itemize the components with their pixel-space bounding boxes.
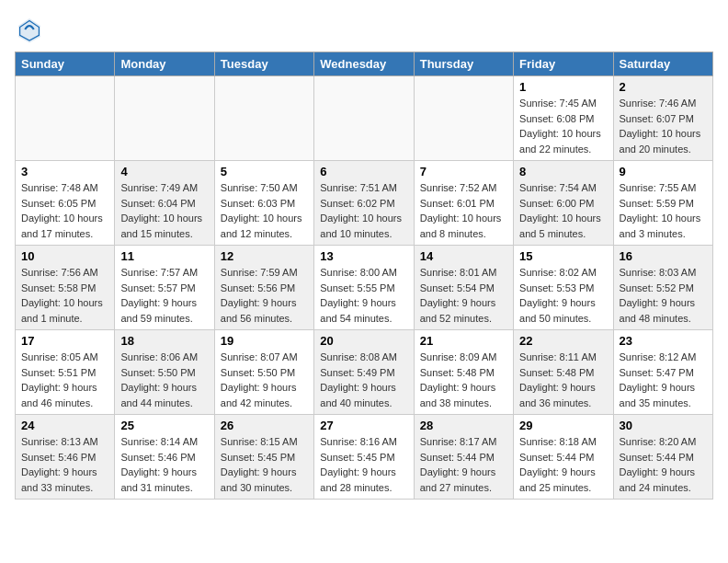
logo-icon (15, 15, 44, 44)
day-info: Sunrise: 8:11 AMSunset: 5:48 PMDaylight:… (519, 350, 607, 410)
day-number: 15 (519, 249, 607, 263)
day-info: Sunrise: 7:48 AMSunset: 6:05 PMDaylight:… (21, 180, 108, 241)
calendar-cell: 16Sunrise: 8:03 AMSunset: 5:52 PMDayligh… (613, 246, 712, 330)
day-header-sunday: Sunday (16, 52, 115, 76)
day-number: 4 (120, 165, 208, 178)
day-info: Sunrise: 8:09 AMSunset: 5:48 PMDaylight:… (420, 350, 507, 410)
day-number: 2 (620, 80, 707, 94)
day-info: Sunrise: 7:46 AMSunset: 6:07 PMDaylight:… (620, 96, 707, 156)
day-info: Sunrise: 7:56 AMSunset: 5:58 PMDaylight:… (21, 265, 108, 326)
day-info: Sunrise: 7:55 AMSunset: 5:59 PMDaylight:… (620, 180, 707, 241)
calendar-cell: 25Sunrise: 8:14 AMSunset: 5:46 PMDayligh… (115, 415, 214, 500)
day-number: 16 (620, 249, 707, 263)
week-row-1: 1Sunrise: 7:45 AMSunset: 6:08 PMDaylight… (16, 76, 713, 161)
calendar-cell: 13Sunrise: 8:00 AMSunset: 5:55 PMDayligh… (314, 246, 414, 330)
day-header-monday: Monday (115, 52, 214, 76)
calendar-cell: 12Sunrise: 7:59 AMSunset: 5:56 PMDayligh… (214, 246, 313, 330)
day-info: Sunrise: 8:12 AMSunset: 5:47 PMDaylight:… (620, 350, 707, 410)
day-info: Sunrise: 8:01 AMSunset: 5:54 PMDaylight:… (420, 265, 507, 326)
day-number: 26 (221, 419, 308, 432)
day-info: Sunrise: 7:51 AMSunset: 6:02 PMDaylight:… (320, 180, 407, 241)
calendar-table: SundayMondayTuesdayWednesdayThursdayFrid… (15, 52, 713, 500)
day-number: 6 (320, 165, 407, 178)
day-header-saturday: Saturday (613, 52, 712, 76)
day-info: Sunrise: 8:06 AMSunset: 5:50 PMDaylight:… (120, 350, 208, 410)
day-number: 23 (620, 334, 707, 348)
calendar-cell: 19Sunrise: 8:07 AMSunset: 5:50 PMDayligh… (214, 330, 313, 415)
day-number: 30 (620, 419, 707, 432)
calendar-cell: 8Sunrise: 7:54 AMSunset: 6:00 PMDaylight… (514, 161, 613, 246)
day-number: 13 (320, 249, 407, 263)
calendar-cell: 15Sunrise: 8:02 AMSunset: 5:53 PMDayligh… (514, 246, 613, 330)
day-number: 12 (221, 249, 308, 263)
day-header-friday: Friday (514, 52, 613, 76)
calendar-cell: 2Sunrise: 7:46 AMSunset: 6:07 PMDaylight… (613, 76, 712, 161)
calendar-cell: 7Sunrise: 7:52 AMSunset: 6:01 PMDaylight… (414, 161, 513, 246)
day-number: 11 (120, 249, 208, 263)
day-number: 25 (120, 419, 208, 432)
day-number: 22 (519, 334, 607, 348)
header (15, 15, 713, 44)
day-info: Sunrise: 8:00 AMSunset: 5:55 PMDaylight:… (320, 265, 407, 326)
calendar-cell: 5Sunrise: 7:50 AMSunset: 6:03 PMDaylight… (214, 161, 313, 246)
logo (15, 15, 48, 44)
week-row-4: 17Sunrise: 8:05 AMSunset: 5:51 PMDayligh… (16, 330, 713, 415)
calendar-cell: 21Sunrise: 8:09 AMSunset: 5:48 PMDayligh… (414, 330, 513, 415)
day-info: Sunrise: 8:16 AMSunset: 5:45 PMDaylight:… (320, 434, 407, 495)
day-info: Sunrise: 8:07 AMSunset: 5:50 PMDaylight:… (221, 350, 308, 410)
day-info: Sunrise: 8:08 AMSunset: 5:49 PMDaylight:… (320, 350, 407, 410)
calendar-cell: 17Sunrise: 8:05 AMSunset: 5:51 PMDayligh… (16, 330, 115, 415)
day-info: Sunrise: 8:13 AMSunset: 5:46 PMDaylight:… (21, 434, 108, 495)
calendar-cell: 26Sunrise: 8:15 AMSunset: 5:45 PMDayligh… (214, 415, 313, 500)
calendar-cell (214, 76, 313, 161)
calendar-cell (414, 76, 513, 161)
day-info: Sunrise: 7:50 AMSunset: 6:03 PMDaylight:… (221, 180, 308, 241)
day-number: 1 (519, 80, 607, 94)
calendar-cell: 10Sunrise: 7:56 AMSunset: 5:58 PMDayligh… (16, 246, 115, 330)
week-row-5: 24Sunrise: 8:13 AMSunset: 5:46 PMDayligh… (16, 415, 713, 500)
calendar-cell: 29Sunrise: 8:18 AMSunset: 5:44 PMDayligh… (514, 415, 613, 500)
day-number: 9 (620, 165, 707, 178)
day-info: Sunrise: 7:54 AMSunset: 6:00 PMDaylight:… (519, 180, 607, 241)
header-row: SundayMondayTuesdayWednesdayThursdayFrid… (16, 52, 713, 76)
calendar-cell: 28Sunrise: 8:17 AMSunset: 5:44 PMDayligh… (414, 415, 513, 500)
calendar-cell: 3Sunrise: 7:48 AMSunset: 6:05 PMDaylight… (16, 161, 115, 246)
day-number: 20 (320, 334, 407, 348)
calendar-cell: 11Sunrise: 7:57 AMSunset: 5:57 PMDayligh… (115, 246, 214, 330)
day-info: Sunrise: 8:02 AMSunset: 5:53 PMDaylight:… (519, 265, 607, 326)
day-header-tuesday: Tuesday (214, 52, 313, 76)
day-number: 24 (21, 419, 108, 432)
day-number: 28 (420, 419, 507, 432)
day-info: Sunrise: 8:18 AMSunset: 5:44 PMDaylight:… (519, 434, 607, 495)
day-info: Sunrise: 8:14 AMSunset: 5:46 PMDaylight:… (120, 434, 208, 495)
day-number: 29 (519, 419, 607, 432)
day-info: Sunrise: 8:20 AMSunset: 5:44 PMDaylight:… (620, 434, 707, 495)
day-number: 3 (21, 165, 108, 178)
calendar-cell (115, 76, 214, 161)
day-number: 17 (21, 334, 108, 348)
calendar-cell: 30Sunrise: 8:20 AMSunset: 5:44 PMDayligh… (613, 415, 712, 500)
day-number: 10 (21, 249, 108, 263)
calendar-cell (314, 76, 414, 161)
calendar-cell: 18Sunrise: 8:06 AMSunset: 5:50 PMDayligh… (115, 330, 214, 415)
day-info: Sunrise: 7:45 AMSunset: 6:08 PMDaylight:… (519, 96, 607, 156)
day-info: Sunrise: 8:17 AMSunset: 5:44 PMDaylight:… (420, 434, 507, 495)
day-number: 7 (420, 165, 507, 178)
calendar-cell: 9Sunrise: 7:55 AMSunset: 5:59 PMDaylight… (613, 161, 712, 246)
week-row-2: 3Sunrise: 7:48 AMSunset: 6:05 PMDaylight… (16, 161, 713, 246)
day-info: Sunrise: 7:59 AMSunset: 5:56 PMDaylight:… (221, 265, 308, 326)
calendar-cell: 14Sunrise: 8:01 AMSunset: 5:54 PMDayligh… (414, 246, 513, 330)
day-info: Sunrise: 7:57 AMSunset: 5:57 PMDaylight:… (120, 265, 208, 326)
day-number: 21 (420, 334, 507, 348)
calendar-cell: 6Sunrise: 7:51 AMSunset: 6:02 PMDaylight… (314, 161, 414, 246)
calendar-cell: 23Sunrise: 8:12 AMSunset: 5:47 PMDayligh… (613, 330, 712, 415)
calendar-cell (16, 76, 115, 161)
calendar-cell: 27Sunrise: 8:16 AMSunset: 5:45 PMDayligh… (314, 415, 414, 500)
day-number: 5 (221, 165, 308, 178)
calendar-cell: 20Sunrise: 8:08 AMSunset: 5:49 PMDayligh… (314, 330, 414, 415)
day-header-wednesday: Wednesday (314, 52, 414, 76)
calendar-cell: 1Sunrise: 7:45 AMSunset: 6:08 PMDaylight… (514, 76, 613, 161)
day-info: Sunrise: 8:05 AMSunset: 5:51 PMDaylight:… (21, 350, 108, 410)
day-info: Sunrise: 8:03 AMSunset: 5:52 PMDaylight:… (620, 265, 707, 326)
day-info: Sunrise: 8:15 AMSunset: 5:45 PMDaylight:… (221, 434, 308, 495)
